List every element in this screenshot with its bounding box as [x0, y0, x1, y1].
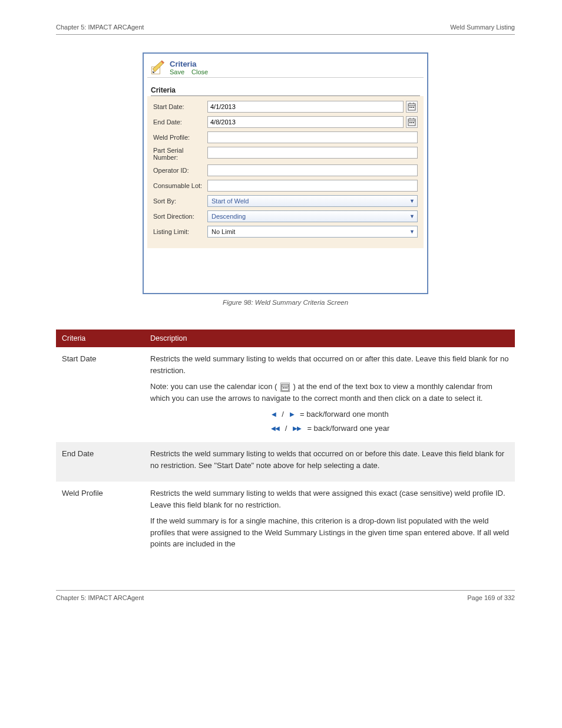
save-link[interactable]: Save	[170, 68, 184, 75]
sort-direction-dropdown[interactable]: Descending ▼	[207, 210, 418, 222]
header-rule	[56, 34, 515, 35]
row-label: Start Date	[56, 347, 144, 442]
label-sort-direction: Sort Direction:	[153, 213, 207, 220]
arrow-left-icon: ◀	[270, 410, 277, 419]
dialog-title: Criteria	[170, 60, 208, 68]
footer-rule	[56, 590, 515, 591]
header-right: Weld Summary Listing	[450, 24, 515, 31]
criteria-description-table: Criteria Description Start Date Restrict…	[56, 330, 515, 561]
calendar-icon-end[interactable]	[406, 116, 418, 128]
criteria-icon	[150, 60, 166, 76]
part-serial-input[interactable]	[207, 147, 418, 159]
nav-year-row: ◀◀ / ▶▶ = back/forward one year	[150, 423, 509, 434]
arrow-double-right-icon: ▶▶	[292, 424, 302, 433]
row-label: Weld Profile	[56, 482, 144, 561]
svg-rect-12	[409, 122, 411, 123]
label-weld-profile: Weld Profile:	[153, 134, 207, 141]
consumable-lot-input[interactable]	[207, 180, 418, 192]
svg-rect-14	[413, 122, 414, 123]
svg-rect-13	[411, 122, 412, 123]
sort-direction-value: Descending	[211, 213, 246, 220]
criteria-dialog: Criteria Save Close Criteria Start Date:	[143, 52, 428, 294]
calendar-icon	[280, 383, 290, 392]
row-label: End Date	[56, 442, 144, 482]
listing-limit-dropdown[interactable]: No Limit ▼	[207, 226, 418, 238]
chevron-down-icon: ▼	[409, 213, 415, 219]
table-header-description: Description	[144, 330, 515, 347]
chevron-down-icon: ▼	[409, 229, 415, 235]
label-sort-by: Sort By:	[153, 197, 207, 205]
table-row: Weld Profile Restricts the weld summary …	[56, 482, 515, 561]
label-end-date: End Date:	[153, 118, 207, 126]
arrow-double-left-icon: ◀◀	[270, 424, 280, 433]
weld-profile-input[interactable]	[207, 131, 418, 143]
svg-rect-6	[411, 107, 412, 108]
table-row: End Date Restricts the weld summary list…	[56, 442, 515, 482]
page-footer: Chapter 5: IMPACT ARCAgent Page 169 of 3…	[56, 594, 515, 601]
label-operator-id: Operator ID:	[153, 167, 207, 174]
chevron-down-icon: ▼	[409, 198, 415, 204]
footer-right: Page 169 of 332	[467, 594, 515, 601]
sort-by-dropdown[interactable]: Start of Weld ▼	[207, 195, 418, 207]
section-header: Criteria	[151, 86, 420, 96]
svg-rect-18	[285, 387, 286, 388]
svg-rect-19	[286, 387, 287, 388]
end-date-input[interactable]	[207, 116, 404, 128]
operator-id-input[interactable]	[207, 164, 418, 176]
nav-month-row: ◀ / ▶ = back/forward one month	[150, 409, 509, 420]
footer-left: Chapter 5: IMPACT ARCAgent	[56, 594, 144, 601]
arrow-right-icon: ▶	[289, 410, 295, 419]
row-desc: Restricts the weld summary listing to we…	[144, 347, 515, 442]
label-consumable-lot: Consumable Lot:	[153, 182, 207, 189]
table-header-criteria: Criteria	[56, 330, 144, 347]
svg-rect-17	[283, 387, 284, 388]
row-desc: Restricts the weld summary listing to we…	[144, 482, 515, 561]
label-start-date: Start Date:	[153, 103, 207, 110]
calendar-icon-start[interactable]	[406, 101, 418, 113]
start-date-input[interactable]	[207, 101, 404, 113]
page-header: Chapter 5: IMPACT ARCAgent Weld Summary …	[56, 24, 515, 31]
sort-by-value: Start of Weld	[211, 197, 249, 205]
dialog-titlebar: Criteria Save Close	[147, 57, 424, 78]
svg-rect-5	[409, 107, 411, 108]
header-left: Chapter 5: IMPACT ARCAgent	[56, 24, 144, 31]
figure-caption: Figure 98: Weld Summary Criteria Screen	[143, 299, 428, 306]
row-desc: Restricts the weld summary listing to we…	[144, 442, 515, 482]
form-area: Start Date: End Date:	[147, 96, 424, 248]
table-row: Start Date Restricts the weld summary li…	[56, 347, 515, 442]
label-part-serial: Part Serial Number:	[153, 147, 207, 161]
close-link[interactable]: Close	[191, 68, 208, 75]
label-listing-limit: Listing Limit:	[153, 228, 207, 235]
svg-rect-7	[413, 107, 414, 108]
listing-limit-value: No Limit	[211, 228, 235, 235]
